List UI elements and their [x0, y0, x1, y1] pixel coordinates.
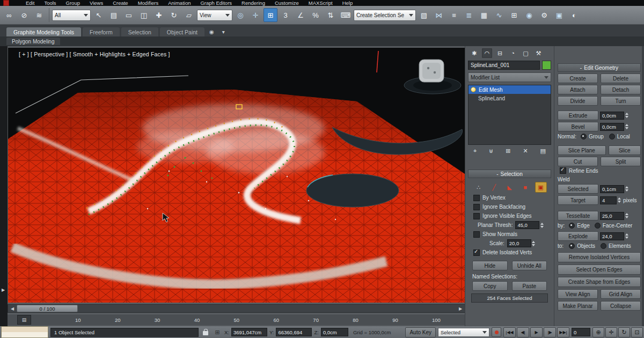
normal-group-label[interactable]: Group	[589, 134, 604, 139]
refine-ends-label[interactable]: Refine Ends	[569, 168, 598, 174]
face-subobject-icon[interactable]: ◣	[504, 182, 516, 193]
menu-item[interactable]: Help	[338, 0, 358, 6]
go-to-start-icon[interactable]: |◀◀	[503, 327, 516, 337]
ignore-backfacing-checkbox[interactable]	[473, 204, 480, 210]
select-and-link-icon[interactable]: ∞	[2, 8, 16, 22]
snap-3d-icon[interactable]: 3	[279, 8, 292, 22]
menu-item[interactable]: Edit	[21, 0, 39, 6]
edit-geometry-rollout-header[interactable]: - Edit Geometry	[558, 63, 641, 72]
cut-button[interactable]: Cut	[558, 157, 598, 166]
ignore-backfacing-label[interactable]: Ignore Backfacing	[482, 204, 525, 210]
modifier-list-dropdown[interactable]: Modifier List	[468, 72, 551, 82]
collapse-button[interactable]: Collapse	[601, 301, 641, 311]
tab-polygon-modeling[interactable]: Polygon Modeling	[6, 38, 60, 45]
render-setup-icon[interactable]: ⚙	[537, 8, 551, 22]
hierarchy-tab-icon[interactable]: ⊟	[495, 48, 505, 58]
select-object-icon[interactable]: ↖	[92, 8, 106, 22]
create-tab-icon[interactable]: ✱	[469, 48, 479, 58]
pan-icon[interactable]: ✛	[605, 327, 617, 337]
attach-button[interactable]: Attach	[558, 85, 598, 94]
select-and-rotate-icon[interactable]: ↻	[167, 8, 181, 22]
unlink-selection-icon[interactable]: ⊘	[17, 8, 31, 22]
weld-selected-field[interactable]: 0,1cm	[600, 185, 624, 193]
object-name-field[interactable]: SplineLand_001	[468, 61, 540, 70]
menu-item[interactable]: MAXScript	[304, 0, 338, 6]
set-key-button[interactable]	[492, 327, 501, 337]
planar-thresh-spinner[interactable]	[539, 221, 544, 229]
select-by-name-icon[interactable]: ▤	[107, 8, 121, 22]
normal-group-radio[interactable]	[581, 134, 587, 139]
bevel-button[interactable]: Bevel	[558, 122, 598, 131]
normal-local-label[interactable]: Local	[617, 134, 630, 139]
render-production-icon[interactable]: ◐	[567, 8, 581, 22]
refine-ends-checkbox[interactable]	[560, 167, 566, 174]
perspective-viewport[interactable]: [ + ] [ Perspective ] [ Smooth + Highlig…	[8, 47, 465, 303]
menu-item[interactable]: Animation	[163, 0, 195, 6]
menu-item[interactable]: Views	[85, 0, 108, 6]
explode-button[interactable]: Explode	[558, 231, 598, 241]
go-to-end-icon[interactable]: ▶▶|	[557, 327, 569, 337]
menu-item[interactable]: Modifiers	[133, 0, 164, 6]
paste-button[interactable]: Paste	[512, 281, 547, 291]
select-and-manipulate-icon[interactable]: ✛	[248, 8, 262, 22]
slice-button[interactable]: Slice	[609, 145, 641, 155]
show-normals-checkbox[interactable]	[473, 231, 480, 238]
tab-object-paint[interactable]: Object Paint	[160, 27, 204, 36]
ignore-visible-edges-label[interactable]: Ignore Visible Edges	[482, 213, 532, 219]
keyboard-override-icon[interactable]: ⌨	[339, 8, 353, 22]
menu-item[interactable]: Tools	[39, 0, 61, 6]
utilities-tab-icon[interactable]: ⚒	[533, 48, 544, 58]
vertex-subobject-icon[interactable]: ∴	[473, 182, 485, 193]
panel-scrollbar[interactable]	[642, 46, 644, 326]
extrude-button[interactable]: Extrude	[558, 111, 598, 120]
show-normals-label[interactable]: Show Normals	[482, 231, 517, 237]
ribbon-options-icon[interactable]: ◉	[206, 29, 217, 36]
expand-panel-arrow-icon[interactable]: ▶	[2, 288, 5, 292]
by-face-center-label[interactable]: Face-Center	[603, 223, 633, 229]
tessellate-field[interactable]: 25,0	[600, 212, 624, 220]
weld-target-spinner[interactable]	[617, 196, 621, 204]
align-icon[interactable]: ≡	[447, 8, 461, 22]
motion-tab-icon[interactable]: ◔	[508, 48, 518, 58]
maximize-viewport-icon[interactable]: ⊡	[631, 327, 643, 337]
absolute-mode-icon[interactable]: ⊞	[213, 328, 222, 336]
z-coordinate-field[interactable]: 0,0cm	[321, 328, 348, 336]
scale-spinner[interactable]	[531, 239, 536, 247]
snaps-toggle-icon[interactable]: ⊞	[264, 8, 277, 22]
curve-editor-icon[interactable]: ∿	[492, 8, 506, 22]
polygon-subobject-icon[interactable]: ■	[519, 182, 531, 193]
spinner-snap-icon[interactable]: ⇅	[324, 8, 338, 22]
delete-button[interactable]: Delete	[601, 74, 641, 83]
by-vertex-label[interactable]: By Vertex	[482, 195, 506, 201]
material-editor-icon[interactable]: ◉	[522, 8, 536, 22]
weld-selected-button[interactable]: Selected	[558, 184, 598, 194]
viewport-canvas[interactable]	[8, 48, 465, 303]
layer-manager-icon[interactable]: ≣	[462, 8, 476, 22]
display-tab-icon[interactable]: ▢	[521, 48, 531, 58]
key-selection-dropdown[interactable]: Selected	[438, 328, 489, 337]
extrude-spinner[interactable]	[624, 112, 629, 120]
y-coordinate-field[interactable]: 66360,694	[276, 328, 312, 336]
unhide-all-button[interactable]: Unhide All	[512, 261, 547, 270]
tessellate-spinner[interactable]	[624, 212, 629, 220]
zoom-icon[interactable]: ⊕	[592, 327, 604, 337]
ribbon-minimize-icon[interactable]: ▾	[219, 29, 228, 36]
weld-target-field[interactable]: 4	[600, 196, 617, 204]
tab-selection[interactable]: Selection	[121, 27, 158, 36]
menu-item[interactable]: Graph Editors	[195, 0, 237, 6]
angle-snap-icon[interactable]: ∠	[294, 8, 308, 22]
mirror-icon[interactable]: ⋈	[432, 8, 446, 22]
menu-item[interactable]: Group	[61, 0, 85, 6]
hide-button[interactable]: Hide	[472, 261, 508, 270]
element-subobject-icon[interactable]: ▣	[535, 182, 547, 193]
copy-button[interactable]: Copy	[472, 281, 508, 291]
edge-subobject-icon[interactable]: ╱	[488, 182, 500, 193]
configure-modifier-sets-icon[interactable]: ▤	[540, 148, 546, 155]
planar-thresh-field[interactable]: 45,0	[515, 221, 539, 229]
by-face-center-radio[interactable]	[595, 223, 601, 229]
to-elements-label[interactable]: Elements	[609, 243, 631, 249]
by-edge-radio[interactable]	[569, 223, 575, 229]
play-icon[interactable]: ▶	[530, 327, 543, 337]
to-objects-radio[interactable]	[569, 243, 575, 249]
turn-button[interactable]: Turn	[601, 96, 641, 106]
